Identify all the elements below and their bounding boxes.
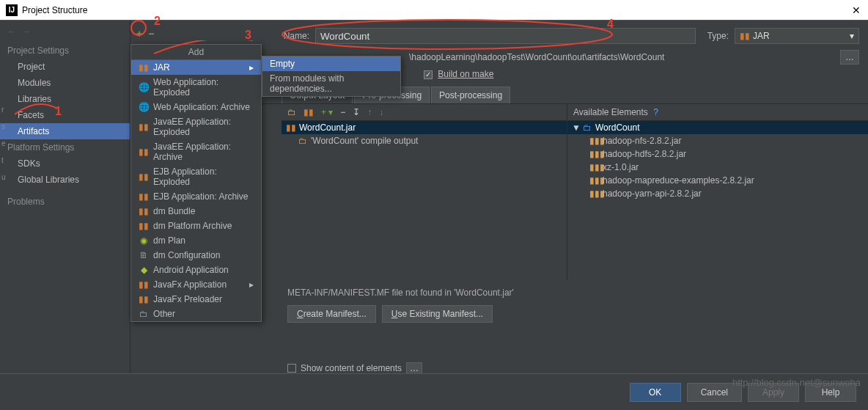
submenu-from-modules[interactable]: From modules with dependencies... <box>262 71 400 96</box>
jar-icon: ▮▮ <box>139 191 149 202</box>
show-content-options-button[interactable]: … <box>406 362 422 374</box>
move-down-icon[interactable]: ↓ <box>378 107 385 117</box>
popup-label: JavaEE Application: Archive <box>153 142 254 162</box>
popup-label: JavaFx Preloader <box>153 294 222 304</box>
show-content-label: Show content of elements <box>301 363 402 373</box>
tab-post-processing[interactable]: Post-processing <box>431 87 510 103</box>
popup-javafx-app[interactable]: ▮▮JavaFx Application▸ <box>131 277 261 292</box>
add-artifact-button[interactable]: + <box>136 28 142 40</box>
sidebar-item-global-libraries[interactable]: Global Libraries <box>0 172 130 188</box>
build-on-make-label: Build on make <box>438 69 493 79</box>
available-elements-panel: Available Elements ? ▼ 🗀 WordCount ▮▮▮ha… <box>567 104 868 280</box>
lib-label: hadoop-yarn-api-2.8.2.jar <box>603 188 702 199</box>
popup-dm-config[interactable]: 🗎dm Configuration <box>131 248 261 263</box>
avail-lib[interactable]: ▮▮▮hadoop-nfs-2.8.2.jar <box>567 134 868 147</box>
type-select[interactable]: ▮▮JAR ▾ <box>735 28 859 44</box>
type-label: Type: <box>707 31 729 41</box>
sidebar-item-facets[interactable]: Facets <box>0 107 130 123</box>
jar-icon: ▮▮ <box>139 122 149 132</box>
use-existing-manifest-button[interactable]: Use Existing Manifest... <box>382 305 493 323</box>
apply-button[interactable]: Apply <box>748 383 799 402</box>
popup-label: dm Bundle <box>153 206 195 216</box>
edge-marks: rsetu <box>0 101 7 186</box>
popup-label: dm Platform Archive <box>153 221 232 231</box>
cancel-button[interactable]: Cancel <box>687 383 742 402</box>
remove-icon[interactable]: − <box>339 107 347 117</box>
lib-label: xz-1.0.jar <box>603 162 639 172</box>
nav-fwd-icon[interactable]: → <box>22 26 31 37</box>
avail-root[interactable]: ▼ 🗀 WordCount <box>567 121 868 134</box>
popup-label: Other <box>153 309 175 319</box>
submenu-arrow-icon: ▸ <box>249 279 254 290</box>
nav-back-icon[interactable]: ← <box>7 26 16 37</box>
popup-dm-plan[interactable]: ◉dm Plan <box>131 233 261 248</box>
sort-icon[interactable]: ↧ <box>351 107 361 117</box>
sidebar: ← → Project Settings Project Modules Lib… <box>0 21 130 373</box>
popup-ejb-archive[interactable]: ▮▮EJB Application: Archive <box>131 189 261 204</box>
lib-label: hadoop-mapreduce-examples-2.8.2.jar <box>603 175 754 186</box>
lib-icon: ▮▮▮ <box>589 175 600 186</box>
group-problems[interactable]: Problems <box>0 194 130 210</box>
submenu-empty[interactable]: Empty <box>262 56 400 71</box>
sidebar-item-sdks[interactable]: SDKs <box>0 155 130 172</box>
avail-lib[interactable]: ▮▮▮hadoop-hdfs-2.8.2.jar <box>567 147 868 161</box>
popup-javaee-exploded[interactable]: ▮▮JavaEE Application: Exploded <box>131 114 261 139</box>
add-icon[interactable]: + ▾ <box>320 107 334 117</box>
tree-compile-label: 'WordCount' compile output <box>311 136 418 146</box>
popup-dm-bundle[interactable]: ▮▮dm Bundle <box>131 204 261 219</box>
create-manifest-button[interactable]: CCreate Manifest...reate Manifest... <box>287 305 376 323</box>
new-dir-icon[interactable]: ▮▮ <box>302 107 315 117</box>
tree-root-jar[interactable]: ▮▮ WordCount.jar <box>282 121 567 134</box>
expand-icon[interactable]: ▼ <box>572 122 579 133</box>
popup-label: JAR <box>153 62 170 73</box>
sidebar-item-artifacts[interactable]: Artifacts <box>0 123 130 139</box>
build-on-make-checkbox[interactable]: ✓ Build on make <box>424 69 493 79</box>
avail-root-label: WordCount <box>595 122 639 133</box>
popup-jar[interactable]: ▮▮JAR▸ <box>131 60 261 75</box>
popup-javafx-preloader[interactable]: ▮▮JavaFx Preloader <box>131 292 261 307</box>
jar-icon: ▮▮ <box>139 62 149 73</box>
group-platform-settings: Platform Settings <box>0 139 130 155</box>
new-folder-icon[interactable]: 🗀 <box>286 107 298 117</box>
output-layout-panel: 🗀 ▮▮ + ▾ − ↧ ↑ ↓ ▮▮ WordCount.jar 🗀 'Wo <box>282 104 567 280</box>
popup-web-exploded[interactable]: 🌐Web Application: Exploded <box>131 75 261 100</box>
name-input[interactable] <box>315 28 696 44</box>
move-up-icon[interactable]: ↑ <box>366 107 373 117</box>
group-project-settings: Project Settings <box>0 43 130 59</box>
tree-compile-output[interactable]: 🗀 'WordCount' compile output <box>282 134 567 147</box>
sidebar-item-libraries[interactable]: Libraries <box>0 91 130 107</box>
globe-icon: 🌐 <box>139 82 149 92</box>
titlebar: IJ Project Structure ✕ <box>0 0 868 21</box>
popup-other[interactable]: 🗀Other <box>131 307 261 321</box>
popup-ejb-exploded[interactable]: ▮▮EJB Application: Exploded <box>131 164 261 189</box>
remove-artifact-button[interactable]: − <box>148 28 154 40</box>
sidebar-item-project[interactable]: Project <box>0 59 130 75</box>
plan-icon: ◉ <box>139 235 149 246</box>
popup-android[interactable]: ◆Android Application <box>131 263 261 277</box>
popup-label: dm Configuration <box>153 250 220 260</box>
tree-root-label: WordCount.jar <box>299 122 356 133</box>
popup-web-archive[interactable]: 🌐Web Application: Archive <box>131 100 261 114</box>
jar-icon: ▮▮ <box>139 172 149 182</box>
show-content-checkbox[interactable] <box>287 364 296 373</box>
popup-dm-platform[interactable]: ▮▮dm Platform Archive <box>131 219 261 233</box>
popup-label: JavaEE Application: Exploded <box>153 117 254 137</box>
output-path: \hadoopLearning\hadoopTest\WordCount\out… <box>409 52 834 62</box>
avail-lib[interactable]: ▮▮▮hadoop-mapreduce-examples-2.8.2.jar <box>567 174 868 187</box>
browse-path-button[interactable]: … <box>840 50 859 65</box>
app-icon: IJ <box>6 4 18 16</box>
submenu-arrow-icon: ▸ <box>249 62 254 73</box>
android-icon: ◆ <box>139 265 149 275</box>
avail-lib[interactable]: ▮▮▮xz-1.0.jar <box>567 161 868 174</box>
help-button[interactable]: Help <box>805 383 856 402</box>
ok-button[interactable]: OK <box>630 383 681 402</box>
sidebar-item-modules[interactable]: Modules <box>0 75 130 91</box>
close-icon[interactable]: ✕ <box>850 4 862 16</box>
globe-icon: 🌐 <box>139 102 149 112</box>
jar-icon: ▮▮ <box>740 31 750 41</box>
popup-javaee-archive[interactable]: ▮▮JavaEE Application: Archive <box>131 139 261 164</box>
avail-lib[interactable]: ▮▮▮hadoop-yarn-api-2.8.2.jar <box>567 187 868 200</box>
name-label: Name: <box>280 31 309 41</box>
popup-label: Web Application: Archive <box>153 102 250 112</box>
help-icon[interactable]: ? <box>653 107 658 117</box>
